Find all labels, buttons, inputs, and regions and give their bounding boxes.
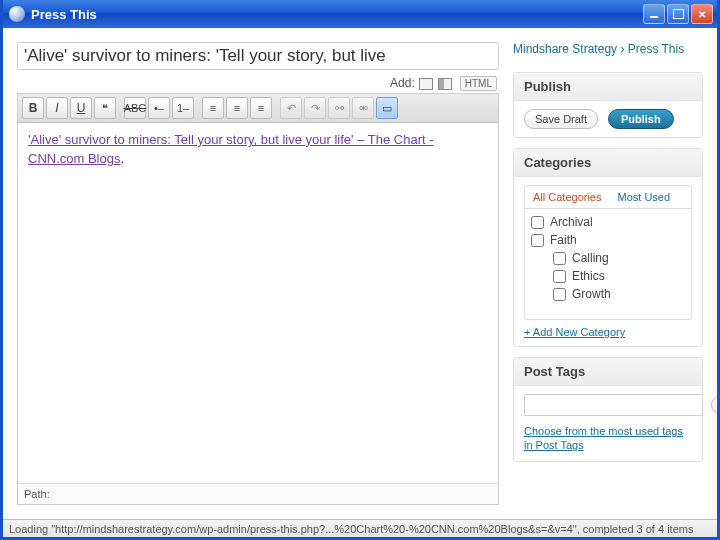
client-area: Add: HTML B I U ❝ ABC •– 1– — [3, 28, 717, 519]
add-image-icon[interactable] — [419, 78, 433, 90]
redo-button[interactable]: ↷ — [304, 97, 326, 119]
publish-button[interactable]: Publish — [608, 109, 674, 129]
number-list-button[interactable]: 1– — [172, 97, 194, 119]
breadcrumb: Mindshare Strategy › Press This — [513, 42, 703, 56]
add-video-icon[interactable] — [438, 78, 452, 90]
minimize-button[interactable] — [643, 4, 665, 24]
window-title: Press This — [31, 7, 97, 22]
category-checkbox[interactable] — [553, 288, 566, 301]
tab-all-categories[interactable]: All Categories — [525, 186, 609, 208]
strikethrough-button[interactable]: ABC — [124, 97, 146, 119]
italic-button[interactable]: I — [46, 97, 68, 119]
breadcrumb-page[interactable]: Press This — [628, 42, 684, 56]
tags-header: Post Tags — [514, 358, 702, 386]
main-column: Add: HTML B I U ❝ ABC •– 1– — [17, 42, 499, 505]
category-item[interactable]: Faith — [531, 231, 685, 249]
bold-button[interactable]: B — [22, 97, 44, 119]
bullet-list-button[interactable]: •– — [148, 97, 170, 119]
publish-header: Publish — [514, 73, 702, 101]
sidebar: Mindshare Strategy › Press This Publish … — [513, 42, 703, 505]
favicon-icon — [9, 6, 25, 22]
maximize-button[interactable] — [667, 4, 689, 24]
save-draft-button[interactable]: Save Draft — [524, 109, 598, 129]
tab-most-used[interactable]: Most Used — [609, 186, 678, 208]
category-tabs: All Categories Most Used Archival Faith … — [524, 185, 692, 320]
add-label: Add: — [390, 76, 418, 90]
category-item[interactable]: Growth — [531, 285, 685, 303]
link-button[interactable]: ⚯ — [328, 97, 350, 119]
category-item[interactable]: Archival — [531, 213, 685, 231]
category-list[interactable]: Archival Faith Calling Ethics Growth — [525, 209, 691, 319]
category-checkbox[interactable] — [531, 216, 544, 229]
editor-content[interactable]: 'Alive' survivor to miners: Tell your st… — [18, 123, 498, 483]
publish-panel: Publish Save Draft Publish — [513, 72, 703, 138]
align-center-button[interactable]: ≡ — [226, 97, 248, 119]
editor-toolbar: B I U ❝ ABC •– 1– ≡ ≡ ≡ ↶ ↷ — [18, 94, 498, 123]
post-title-input[interactable] — [17, 42, 499, 70]
align-right-button[interactable]: ≡ — [250, 97, 272, 119]
underline-button[interactable]: U — [70, 97, 92, 119]
window: Press This Add: HTML B I U — [0, 0, 720, 540]
blockquote-button[interactable]: ❝ — [94, 97, 116, 119]
editor: B I U ❝ ABC •– 1– ≡ ≡ ≡ ↶ ↷ — [17, 93, 499, 505]
titlebar: Press This — [3, 0, 717, 28]
category-checkbox[interactable] — [553, 270, 566, 283]
close-button[interactable] — [691, 4, 713, 24]
category-checkbox[interactable] — [553, 252, 566, 265]
add-category-link[interactable]: + Add New Category — [524, 326, 692, 338]
add-tag-button[interactable]: Add — [711, 396, 720, 414]
categories-header: Categories — [514, 149, 702, 177]
unlink-button[interactable]: ⚮ — [352, 97, 374, 119]
undo-button[interactable]: ↶ — [280, 97, 302, 119]
html-tab-button[interactable]: HTML — [460, 76, 497, 91]
fullscreen-button[interactable]: ▭ — [376, 97, 398, 119]
tags-panel: Post Tags Add Choose from the most used … — [513, 357, 703, 462]
add-media-row: Add: HTML — [19, 76, 497, 91]
tag-input[interactable] — [524, 394, 703, 416]
status-bar: Loading "http://mindsharestrategy.com/wp… — [3, 519, 717, 537]
category-item[interactable]: Ethics — [531, 267, 685, 285]
categories-panel: Categories All Categories Most Used Arch… — [513, 148, 703, 347]
align-left-button[interactable]: ≡ — [202, 97, 224, 119]
editor-link[interactable]: 'Alive' survivor to miners: Tell your st… — [28, 132, 434, 165]
category-item[interactable]: Calling — [531, 249, 685, 267]
category-checkbox[interactable] — [531, 234, 544, 247]
editor-trailing: . — [120, 151, 124, 166]
breadcrumb-site[interactable]: Mindshare Strategy — [513, 42, 617, 56]
editor-path: Path: — [18, 483, 498, 504]
choose-tags-link[interactable]: Choose from the most used tags in Post T… — [524, 424, 692, 453]
